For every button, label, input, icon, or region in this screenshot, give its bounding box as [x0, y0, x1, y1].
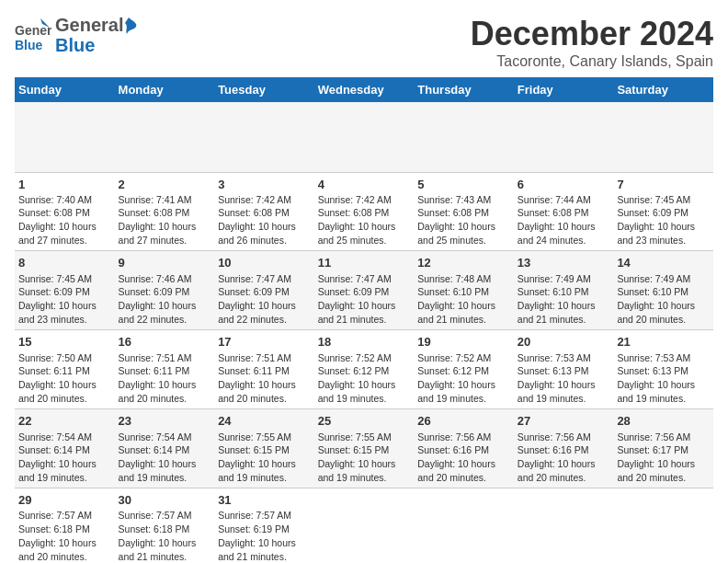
calendar-cell: 22Sunrise: 7:54 AMSunset: 6:14 PMDayligh… — [15, 409, 115, 488]
header-friday: Friday — [514, 77, 614, 102]
sunrise-text: Sunrise: 7:57 AM — [218, 509, 311, 523]
daylight-text: Daylight: 10 hours and 20 minutes. — [617, 457, 710, 484]
daylight-text: Daylight: 10 hours and 20 minutes. — [617, 299, 710, 326]
calendar-cell: 27Sunrise: 7:56 AMSunset: 6:16 PMDayligh… — [514, 409, 614, 488]
daylight-text: Daylight: 10 hours and 19 minutes. — [18, 457, 111, 484]
calendar-cell: 3Sunrise: 7:42 AMSunset: 6:08 PMDaylight… — [214, 172, 314, 251]
daylight-text: Daylight: 10 hours and 24 minutes. — [518, 220, 610, 247]
sunrise-text: Sunrise: 7:45 AM — [617, 193, 710, 207]
sunrise-text: Sunrise: 7:56 AM — [518, 431, 610, 444]
logo-blue-text: Blue — [55, 35, 123, 55]
week-row-3: 15Sunrise: 7:50 AMSunset: 6:11 PMDayligh… — [15, 330, 713, 409]
day-number: 22 — [18, 413, 111, 430]
sunrise-text: Sunrise: 7:42 AM — [218, 193, 311, 207]
month-title: December 2024 — [471, 15, 713, 53]
day-number: 9 — [119, 255, 211, 271]
logo-icon: General Blue — [15, 17, 51, 53]
day-number: 5 — [417, 177, 510, 193]
sunrise-text: Sunrise: 7:56 AM — [617, 431, 710, 444]
sunset-text: Sunset: 6:08 PM — [417, 206, 510, 220]
daylight-text: Daylight: 10 hours and 20 minutes. — [417, 457, 510, 484]
sunset-text: Sunset: 6:16 PM — [518, 443, 610, 457]
sunrise-text: Sunrise: 7:55 AM — [218, 431, 311, 444]
daylight-text: Daylight: 10 hours and 19 minutes. — [318, 378, 411, 405]
day-number: 4 — [318, 177, 411, 193]
daylight-text: Daylight: 10 hours and 25 minutes. — [417, 220, 510, 247]
bird-icon — [119, 17, 138, 43]
calendar-cell: 21Sunrise: 7:53 AMSunset: 6:13 PMDayligh… — [613, 330, 713, 409]
calendar-cell — [514, 488, 614, 563]
day-number: 15 — [18, 334, 111, 350]
daylight-text: Daylight: 10 hours and 20 minutes. — [218, 378, 311, 405]
sunset-text: Sunset: 6:13 PM — [518, 364, 610, 378]
calendar-cell: 14Sunrise: 7:49 AMSunset: 6:10 PMDayligh… — [613, 251, 713, 330]
daylight-text: Daylight: 10 hours and 25 minutes. — [318, 220, 411, 247]
week-row-0 — [15, 102, 713, 172]
daylight-text: Daylight: 10 hours and 27 minutes. — [18, 220, 111, 247]
daylight-text: Daylight: 10 hours and 22 minutes. — [218, 299, 311, 326]
daylight-text: Daylight: 10 hours and 26 minutes. — [218, 220, 311, 247]
day-number: 11 — [318, 255, 411, 271]
calendar-cell — [15, 102, 115, 172]
sunrise-text: Sunrise: 7:57 AM — [18, 509, 111, 523]
daylight-text: Daylight: 10 hours and 19 minutes. — [119, 457, 211, 484]
calendar-cell — [514, 102, 614, 172]
calendar-header: Sunday Monday Tuesday Wednesday Thursday… — [15, 77, 713, 102]
sunset-text: Sunset: 6:11 PM — [218, 364, 311, 378]
day-number: 14 — [617, 255, 710, 271]
sunrise-text: Sunrise: 7:51 AM — [119, 351, 211, 365]
week-row-5: 29Sunrise: 7:57 AMSunset: 6:18 PMDayligh… — [15, 488, 713, 563]
sunrise-text: Sunrise: 7:49 AM — [518, 272, 610, 286]
calendar-cell: 1Sunrise: 7:40 AMSunset: 6:08 PMDaylight… — [15, 172, 115, 251]
title-area: December 2024 Tacoronte, Canary Islands,… — [471, 15, 713, 70]
header-thursday: Thursday — [414, 77, 514, 102]
sunrise-text: Sunrise: 7:40 AM — [18, 193, 111, 207]
calendar-cell: 30Sunrise: 7:57 AMSunset: 6:18 PMDayligh… — [115, 488, 215, 563]
calendar-cell: 31Sunrise: 7:57 AMSunset: 6:19 PMDayligh… — [214, 488, 314, 563]
sunset-text: Sunset: 6:12 PM — [318, 364, 411, 378]
day-of-week-row: Sunday Monday Tuesday Wednesday Thursday… — [15, 77, 713, 102]
sunset-text: Sunset: 6:09 PM — [318, 285, 411, 299]
sunset-text: Sunset: 6:13 PM — [617, 364, 710, 378]
header-sunday: Sunday — [15, 77, 115, 102]
calendar-cell: 25Sunrise: 7:55 AMSunset: 6:15 PMDayligh… — [314, 409, 415, 488]
calendar-cell: 9Sunrise: 7:46 AMSunset: 6:09 PMDaylight… — [115, 251, 215, 330]
week-row-1: 1Sunrise: 7:40 AMSunset: 6:08 PMDaylight… — [15, 172, 713, 251]
sunset-text: Sunset: 6:18 PM — [119, 523, 211, 536]
daylight-text: Daylight: 10 hours and 20 minutes. — [18, 378, 111, 405]
sunset-text: Sunset: 6:11 PM — [18, 364, 111, 378]
sunrise-text: Sunrise: 7:46 AM — [119, 272, 211, 286]
sunrise-text: Sunrise: 7:52 AM — [417, 351, 510, 365]
day-number: 28 — [617, 413, 710, 430]
sunrise-text: Sunrise: 7:57 AM — [119, 509, 211, 523]
daylight-text: Daylight: 10 hours and 20 minutes. — [18, 536, 111, 563]
calendar-cell: 10Sunrise: 7:47 AMSunset: 6:09 PMDayligh… — [214, 251, 314, 330]
sunrise-text: Sunrise: 7:41 AM — [119, 193, 211, 207]
calendar-cell: 4Sunrise: 7:42 AMSunset: 6:08 PMDaylight… — [314, 172, 415, 251]
calendar-cell: 12Sunrise: 7:48 AMSunset: 6:10 PMDayligh… — [414, 251, 514, 330]
daylight-text: Daylight: 10 hours and 20 minutes. — [518, 457, 610, 484]
calendar-cell — [613, 488, 713, 563]
calendar-cell: 7Sunrise: 7:45 AMSunset: 6:09 PMDaylight… — [613, 172, 713, 251]
day-number: 29 — [18, 492, 111, 509]
daylight-text: Daylight: 10 hours and 19 minutes. — [417, 378, 510, 405]
day-number: 25 — [318, 413, 411, 430]
sunset-text: Sunset: 6:08 PM — [119, 206, 211, 220]
day-number: 26 — [417, 413, 510, 430]
calendar-cell: 8Sunrise: 7:45 AMSunset: 6:09 PMDaylight… — [15, 251, 115, 330]
sunrise-text: Sunrise: 7:53 AM — [617, 351, 710, 365]
sunset-text: Sunset: 6:12 PM — [417, 364, 510, 378]
day-number: 12 — [417, 255, 510, 271]
calendar-cell: 26Sunrise: 7:56 AMSunset: 6:16 PMDayligh… — [414, 409, 514, 488]
day-number: 10 — [218, 255, 311, 271]
daylight-text: Daylight: 10 hours and 19 minutes. — [218, 457, 311, 484]
calendar-table: Sunday Monday Tuesday Wednesday Thursday… — [15, 77, 713, 563]
day-number: 2 — [119, 177, 211, 193]
day-number: 18 — [318, 334, 411, 350]
sunrise-text: Sunrise: 7:56 AM — [417, 431, 510, 444]
sunset-text: Sunset: 6:14 PM — [18, 443, 111, 457]
sunset-text: Sunset: 6:15 PM — [318, 443, 411, 457]
day-number: 1 — [18, 177, 111, 193]
day-number: 8 — [18, 255, 111, 271]
daylight-text: Daylight: 10 hours and 27 minutes. — [119, 220, 211, 247]
